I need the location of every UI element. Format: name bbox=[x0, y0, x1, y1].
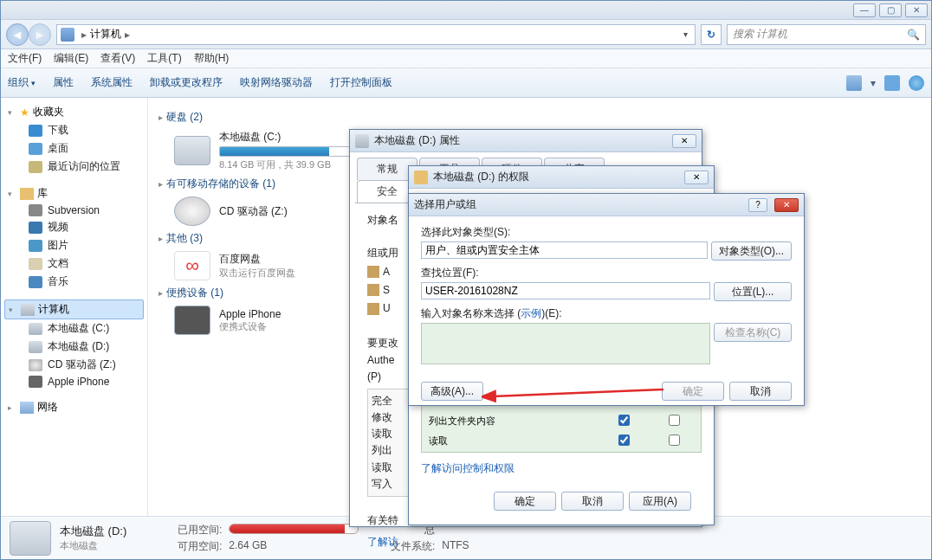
menu-edit[interactable]: 编辑(E) bbox=[54, 51, 88, 66]
breadcrumb-sep: ▸ bbox=[78, 29, 90, 41]
menu-view[interactable]: 查看(V) bbox=[100, 51, 135, 66]
breadcrumb[interactable]: ▸ 计算机 ▸ ▾ bbox=[56, 24, 696, 45]
folder-icon bbox=[29, 204, 42, 216]
tree-item-pictures[interactable]: 图片 bbox=[4, 236, 144, 254]
drive-icon bbox=[355, 134, 369, 148]
dialog-title: 选择用户或组 bbox=[414, 197, 743, 212]
tree-item-desktop[interactable]: 桌面 bbox=[4, 139, 144, 158]
close-button[interactable]: ✕ bbox=[905, 3, 928, 17]
breadcrumb-sep: ▸ bbox=[121, 29, 133, 41]
drive-icon bbox=[29, 341, 42, 353]
tree-item-recent[interactable]: 最近访问的位置 bbox=[4, 158, 144, 176]
view-mode-icon[interactable] bbox=[846, 75, 862, 91]
back-button[interactable]: ◄ bbox=[6, 23, 29, 46]
search-input[interactable]: 搜索 计算机 🔍 bbox=[727, 24, 926, 45]
toolbar-uninstall[interactable]: 卸载或更改程序 bbox=[150, 75, 223, 90]
usage-bar bbox=[219, 146, 358, 157]
perm-deny-checkbox[interactable] bbox=[669, 434, 680, 446]
advanced-button[interactable]: 高级(A)... bbox=[421, 382, 483, 401]
details-used-label: 已用空间: bbox=[135, 523, 222, 537]
help-icon[interactable] bbox=[909, 75, 924, 91]
menu-help[interactable]: 帮助(H) bbox=[194, 51, 230, 66]
tree-computer[interactable]: ▾计算机 bbox=[4, 299, 144, 319]
preview-pane-icon[interactable] bbox=[884, 75, 900, 91]
picture-icon bbox=[29, 240, 42, 252]
breadcrumb-drop-icon[interactable]: ▾ bbox=[680, 29, 691, 39]
learn-link[interactable]: 了解访 bbox=[367, 534, 684, 550]
perm-allow-checkbox[interactable] bbox=[618, 434, 630, 446]
object-types-button[interactable]: 对象类型(O)... bbox=[711, 241, 792, 261]
toolbar-control-panel[interactable]: 打开控制面板 bbox=[330, 75, 392, 90]
apply-button[interactable]: 应用(A) bbox=[629, 492, 691, 511]
ok-button[interactable]: 确定 bbox=[494, 492, 556, 511]
tree-item-videos[interactable]: 视频 bbox=[4, 218, 144, 236]
search-placeholder: 搜索 计算机 bbox=[733, 27, 787, 42]
minimize-button[interactable]: — bbox=[853, 3, 876, 17]
toolbar-properties[interactable]: 属性 bbox=[53, 75, 74, 90]
computer-icon bbox=[21, 304, 35, 316]
titlebar: — ▢ ✕ bbox=[1, 1, 931, 20]
close-button[interactable]: ✕ bbox=[672, 134, 696, 148]
star-icon: ★ bbox=[20, 106, 29, 119]
toolbar: 组织 属性 系统属性 卸载或更改程序 映射网络驱动器 打开控制面板 ▾ bbox=[1, 68, 931, 98]
phone-icon bbox=[174, 306, 210, 335]
download-icon bbox=[29, 125, 42, 137]
toolbar-map-network[interactable]: 映射网络驱动器 bbox=[240, 75, 313, 90]
cancel-button[interactable]: 取消 bbox=[729, 382, 792, 401]
cd-icon bbox=[174, 196, 210, 226]
search-icon: 🔍 bbox=[907, 29, 920, 41]
maximize-button[interactable]: ▢ bbox=[879, 3, 902, 17]
navigation-tree: ▾★收藏夹 下载 桌面 最近访问的位置 ▾库 Subversion 视频 图片 … bbox=[1, 98, 148, 516]
tree-item-iphone[interactable]: Apple iPhone bbox=[4, 374, 144, 389]
menu-tools[interactable]: 工具(T) bbox=[147, 51, 181, 66]
menu-file[interactable]: 文件(F) bbox=[8, 51, 42, 66]
folder-icon bbox=[414, 171, 428, 184]
user-icon bbox=[367, 266, 379, 278]
view-mode-drop-icon[interactable]: ▾ bbox=[871, 77, 876, 89]
object-type-field[interactable] bbox=[421, 241, 708, 259]
tree-item-documents[interactable]: 文档 bbox=[4, 254, 144, 273]
dialog-title: 本地磁盘 (D:) 属性 bbox=[374, 133, 667, 148]
locations-button[interactable]: 位置(L)... bbox=[714, 282, 792, 301]
used-bar bbox=[229, 524, 359, 534]
cancel-button[interactable]: 取消 bbox=[561, 492, 624, 511]
tree-item-downloads[interactable]: 下载 bbox=[4, 121, 144, 139]
perm-deny-checkbox[interactable] bbox=[669, 415, 680, 426]
tree-favorites[interactable]: ▾★收藏夹 bbox=[4, 103, 144, 121]
tree-libraries[interactable]: ▾库 bbox=[4, 184, 144, 203]
refresh-button[interactable]: ↻ bbox=[701, 24, 722, 45]
toolbar-organize[interactable]: 组织 bbox=[8, 75, 36, 90]
dialog-title: 本地磁盘 (D:) 的权限 bbox=[433, 170, 679, 184]
tree-item-drive-d[interactable]: 本地磁盘 (D:) bbox=[4, 338, 144, 356]
details-free-label: 可用空间: bbox=[135, 539, 222, 554]
navigation-bar: ◄ ► ▸ 计算机 ▸ ▾ ↻ 搜索 计算机 🔍 bbox=[1, 20, 931, 49]
section-hdd[interactable]: 硬盘 (2) bbox=[159, 110, 921, 125]
check-names-button[interactable]: 检查名称(C) bbox=[714, 323, 792, 342]
location-label: 查找位置(F): bbox=[421, 266, 792, 280]
recent-icon bbox=[29, 161, 42, 173]
close-button[interactable]: ✕ bbox=[774, 198, 799, 212]
details-type: 本地磁盘 bbox=[60, 539, 126, 552]
tree-item-subversion[interactable]: Subversion bbox=[4, 203, 144, 218]
details-title: 本地磁盘 (D:) bbox=[60, 524, 126, 539]
ok-button[interactable]: 确定 bbox=[662, 382, 724, 401]
perm-allow-checkbox[interactable] bbox=[618, 415, 630, 426]
tree-item-music[interactable]: 音乐 bbox=[4, 273, 144, 291]
perm-row: 列出文件夹内容 bbox=[424, 412, 598, 430]
tree-item-drive-c[interactable]: 本地磁盘 (C:) bbox=[4, 319, 144, 338]
object-name-input[interactable] bbox=[421, 323, 710, 364]
close-button[interactable]: ✕ bbox=[684, 171, 709, 184]
phone-icon bbox=[29, 376, 42, 388]
cd-icon bbox=[29, 359, 42, 371]
tree-item-cd-drive[interactable]: CD 驱动器 (Z:) bbox=[4, 356, 144, 374]
breadcrumb-item[interactable]: 计算机 bbox=[90, 27, 121, 42]
toolbar-system-properties[interactable]: 系统属性 bbox=[91, 75, 133, 90]
select-user-dialog: 选择用户或组 ? ✕ 选择此对象类型(S): 对象类型(O)... 查找位置(F… bbox=[408, 193, 805, 406]
location-field[interactable] bbox=[421, 282, 710, 299]
tree-network[interactable]: ▸网络 bbox=[4, 398, 144, 416]
help-button[interactable]: ? bbox=[748, 198, 767, 212]
learn-permissions-link[interactable]: 了解访问控制和权限 bbox=[421, 461, 702, 476]
forward-button[interactable]: ► bbox=[29, 23, 51, 46]
user-icon bbox=[367, 284, 379, 296]
example-link[interactable]: 示例 bbox=[521, 307, 541, 319]
